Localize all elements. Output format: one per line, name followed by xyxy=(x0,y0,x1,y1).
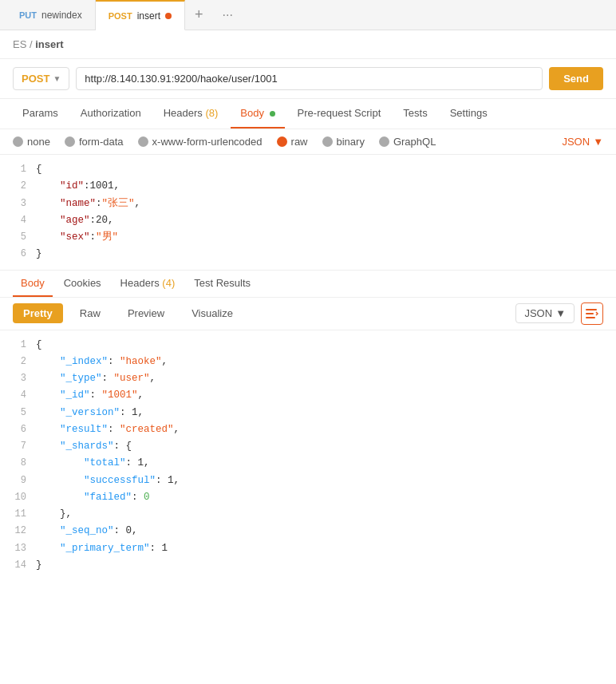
response-tab-headers[interactable]: Headers (4) xyxy=(113,271,184,297)
breadcrumb-current: insert xyxy=(35,38,63,50)
add-tab-button[interactable]: + xyxy=(185,6,213,23)
breadcrumb: ES / insert xyxy=(0,30,616,59)
body-type-bar: none form-data x-www-form-urlencoded raw… xyxy=(0,129,616,155)
raw-label: raw xyxy=(291,136,308,148)
urlencoded-label: x-www-form-urlencoded xyxy=(152,136,263,148)
resp-line-6: 6 "result": "created", xyxy=(0,421,616,438)
json-chevron-icon: ▼ xyxy=(593,136,603,148)
req-line-2: 2 "id":1001, xyxy=(0,178,616,195)
tab-insert-label: insert xyxy=(137,10,160,22)
tab-insert[interactable]: POST insert xyxy=(96,0,185,30)
graphql-label: GraphQL xyxy=(393,136,436,148)
binary-label: binary xyxy=(337,136,365,148)
svg-rect-0 xyxy=(586,309,597,310)
resp-line-1: 1 { xyxy=(0,337,616,354)
tab-headers[interactable]: Headers (8) xyxy=(154,99,228,128)
tab-bar: PUT newindex POST insert + ··· xyxy=(0,0,616,30)
resp-line-4: 4 "_id": "1001", xyxy=(0,387,616,404)
req-line-5: 5 "sex":"男" xyxy=(0,229,616,246)
url-input[interactable] xyxy=(76,67,543,90)
graphql-radio xyxy=(379,136,389,147)
resp-line-5: 5 "_version": 1, xyxy=(0,405,616,421)
resp-line-14: 14 } xyxy=(0,557,616,574)
body-type-urlencoded[interactable]: x-www-form-urlencoded xyxy=(138,136,263,148)
json-format-label: JSON xyxy=(562,136,590,148)
tab-modified-dot xyxy=(165,13,172,19)
response-tab-testresults[interactable]: Test Results xyxy=(186,271,259,297)
pretty-button[interactable]: Pretty xyxy=(13,303,63,323)
response-nav-tabs: Body Cookies Headers (4) Test Results xyxy=(0,271,616,298)
formdata-label: form-data xyxy=(79,136,124,148)
body-active-dot xyxy=(270,111,275,117)
none-radio xyxy=(13,136,23,147)
tab-tests[interactable]: Tests xyxy=(393,99,436,128)
binary-radio xyxy=(322,136,333,147)
body-type-raw[interactable]: raw xyxy=(277,136,308,148)
response-toolbar: Pretty Raw Preview Visualize JSON ▼ xyxy=(0,298,616,330)
req-line-6: 6 } xyxy=(0,246,616,263)
formdata-radio xyxy=(65,136,75,147)
tab-settings[interactable]: Settings xyxy=(440,99,497,128)
tab-prerequest[interactable]: Pre-request Script xyxy=(288,99,391,128)
raw-radio xyxy=(277,136,287,147)
headers-badge: (8) xyxy=(205,107,218,119)
preview-button[interactable]: Preview xyxy=(117,303,175,323)
resp-line-9: 9 "successful": 1, xyxy=(0,472,616,489)
urlencoded-radio xyxy=(138,136,148,147)
body-type-none[interactable]: none xyxy=(13,136,50,148)
response-tab-cookies[interactable]: Cookies xyxy=(56,271,109,297)
tab-newindex-label: newindex xyxy=(41,10,82,21)
tab-authorization[interactable]: Authorization xyxy=(71,99,151,128)
resp-line-7: 7 "_shards": { xyxy=(0,438,616,455)
tab-newindex[interactable]: PUT newindex xyxy=(6,0,96,30)
method-label: POST xyxy=(22,73,49,85)
method-selector[interactable]: POST ▼ xyxy=(13,67,69,90)
resp-headers-badge: (4) xyxy=(162,277,175,289)
resp-line-11: 11 }, xyxy=(0,506,616,523)
response-code-viewer: 1 { 2 "_index": "haoke", 3 "_type": "use… xyxy=(0,330,616,581)
visualize-button[interactable]: Visualize xyxy=(181,303,243,323)
raw-button[interactable]: Raw xyxy=(69,303,111,323)
req-line-1: 1 { xyxy=(0,161,616,178)
resp-line-13: 13 "_primary_term": 1 xyxy=(0,540,616,557)
breadcrumb-root: ES xyxy=(13,38,26,50)
resp-line-8: 8 "total": 1, xyxy=(0,455,616,472)
request-nav-tabs: Params Authorization Headers (8) Body Pr… xyxy=(0,99,616,129)
resp-line-10: 10 "failed": 0 xyxy=(0,489,616,506)
response-format-label: JSON xyxy=(524,307,552,319)
wrap-toggle-button[interactable] xyxy=(581,302,603,325)
wrap-icon xyxy=(586,308,598,319)
send-button[interactable]: Send xyxy=(549,67,603,90)
response-format-chevron-icon: ▼ xyxy=(555,307,566,319)
resp-line-2: 2 "_index": "haoke", xyxy=(0,354,616,370)
tab-method-post: POST xyxy=(109,11,132,21)
req-line-3: 3 "name":"张三", xyxy=(0,196,616,212)
tab-method-put: PUT xyxy=(19,10,37,20)
body-type-graphql[interactable]: GraphQL xyxy=(379,136,436,148)
req-line-4: 4 "age":20, xyxy=(0,212,616,229)
body-type-binary[interactable]: binary xyxy=(322,136,365,148)
none-label: none xyxy=(27,136,50,148)
resp-line-12: 12 "_seq_no": 0, xyxy=(0,523,616,540)
response-format-dropdown[interactable]: JSON ▼ xyxy=(515,303,575,323)
body-type-formdata[interactable]: form-data xyxy=(65,136,124,148)
url-bar: POST ▼ Send xyxy=(0,59,616,99)
svg-rect-1 xyxy=(586,313,594,314)
method-chevron-icon: ▼ xyxy=(53,74,61,83)
response-tab-body[interactable]: Body xyxy=(13,271,53,297)
tab-body[interactable]: Body xyxy=(231,99,284,128)
json-format-dropdown[interactable]: JSON ▼ xyxy=(562,136,603,148)
tab-params[interactable]: Params xyxy=(13,99,68,128)
more-tabs-button[interactable]: ··· xyxy=(213,8,243,22)
request-code-editor[interactable]: 1 { 2 "id":1001, 3 "name":"张三", 4 "age":… xyxy=(0,155,616,271)
svg-rect-2 xyxy=(586,317,595,318)
resp-line-3: 3 "_type": "user", xyxy=(0,370,616,387)
